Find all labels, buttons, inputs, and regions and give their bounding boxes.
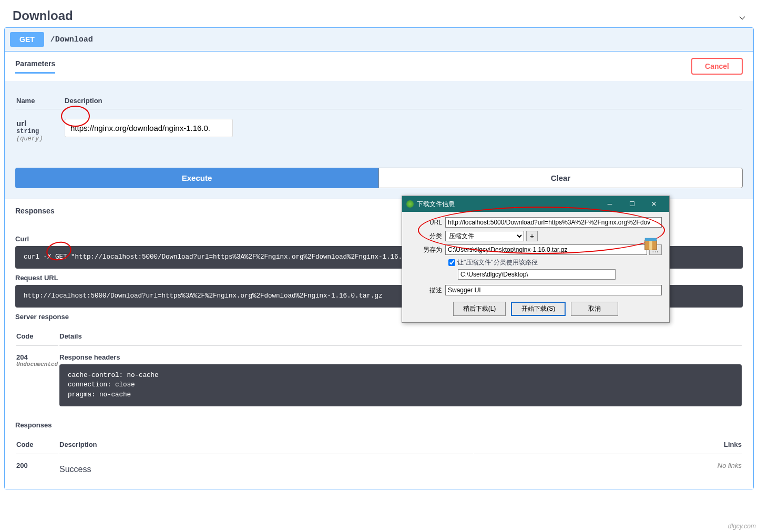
url-label: URL xyxy=(409,219,445,226)
close-icon[interactable]: ✕ xyxy=(643,199,665,209)
clear-button[interactable]: Clear xyxy=(378,168,743,188)
doc-responses-table: Code Description Links 200 Success No li… xyxy=(15,434,743,482)
dialog-title: 下载文件信息 xyxy=(417,200,455,209)
server-response-table: Code Details 204 Undocumented Response h… xyxy=(15,326,743,414)
page-title: Download xyxy=(13,8,73,23)
col-links: Links xyxy=(474,435,742,454)
undocumented-label: Undocumented xyxy=(16,361,58,367)
param-name: url xyxy=(16,119,64,128)
saveas-label: 另存为 xyxy=(409,245,445,254)
minimize-icon[interactable]: ─ xyxy=(599,199,621,209)
svg-rect-2 xyxy=(645,238,657,241)
url-input[interactable] xyxy=(65,119,233,137)
archive-icon xyxy=(643,236,659,252)
doc-responses-label: Responses xyxy=(15,421,743,429)
doc-links: No links xyxy=(474,455,742,480)
endpoint-path: /Download xyxy=(50,35,93,44)
parameters-tab[interactable]: Parameters xyxy=(15,59,55,74)
execute-button[interactable]: Execute xyxy=(15,168,378,188)
param-in: (query) xyxy=(16,135,64,142)
idm-url-input[interactable] xyxy=(445,217,662,228)
category-label: 分类 xyxy=(409,232,445,241)
col-details: Details xyxy=(59,327,742,346)
svg-rect-1 xyxy=(649,240,652,250)
dialog-titlebar[interactable]: 下载文件信息 ─ ☐ ✕ xyxy=(402,196,669,212)
add-category-button[interactable]: + xyxy=(526,231,538,241)
checkbox-label: 让"压缩文件"分类使用该路径 xyxy=(457,258,538,267)
response-code: 204 xyxy=(16,353,58,361)
endpoint-header: Download ⌵ xyxy=(4,4,754,27)
cancel-button[interactable]: Cancel xyxy=(691,58,743,75)
parameters-header: Parameters Cancel xyxy=(5,52,753,81)
col-description: Description xyxy=(65,93,742,109)
doc-response-row: 200 Success No links xyxy=(16,455,742,480)
saveas-input[interactable] xyxy=(445,244,647,255)
chevron-down-icon[interactable]: ⌵ xyxy=(739,9,745,22)
idm-app-icon xyxy=(406,200,414,208)
download-later-button[interactable]: 稍后下载(L) xyxy=(453,302,506,316)
col-description2: Description xyxy=(59,435,473,454)
operation-summary[interactable]: GET /Download xyxy=(5,28,753,52)
idm-download-dialog: 下载文件信息 ─ ☐ ✕ URL 分类 压缩文件 + 另存为 … 让"压缩文件"… xyxy=(402,196,670,323)
description-input[interactable] xyxy=(445,285,662,295)
col-code: Code xyxy=(16,327,58,346)
maximize-icon[interactable]: ☐ xyxy=(621,199,643,209)
col-name: Name xyxy=(16,93,64,109)
category-select[interactable]: 压缩文件 xyxy=(445,231,524,241)
parameters-table: Name Description url string (query) xyxy=(5,81,753,162)
response-row: 204 Undocumented Response headers cache-… xyxy=(16,347,742,413)
param-type: string xyxy=(16,128,64,135)
method-badge: GET xyxy=(10,32,44,47)
response-headers: cache-control: no-cache connection: clos… xyxy=(59,364,742,406)
doc-code: 200 xyxy=(16,455,58,480)
use-path-checkbox[interactable] xyxy=(448,259,455,266)
doc-description: Success xyxy=(59,455,473,480)
col-code2: Code xyxy=(16,435,58,454)
idm-cancel-button[interactable]: 取消 xyxy=(571,302,618,316)
default-path-input[interactable] xyxy=(458,269,616,280)
desc-label: 描述 xyxy=(409,286,445,295)
param-row: url string (query) xyxy=(16,110,742,151)
start-download-button[interactable]: 开始下载(S) xyxy=(511,302,566,316)
response-headers-label: Response headers xyxy=(59,353,742,361)
